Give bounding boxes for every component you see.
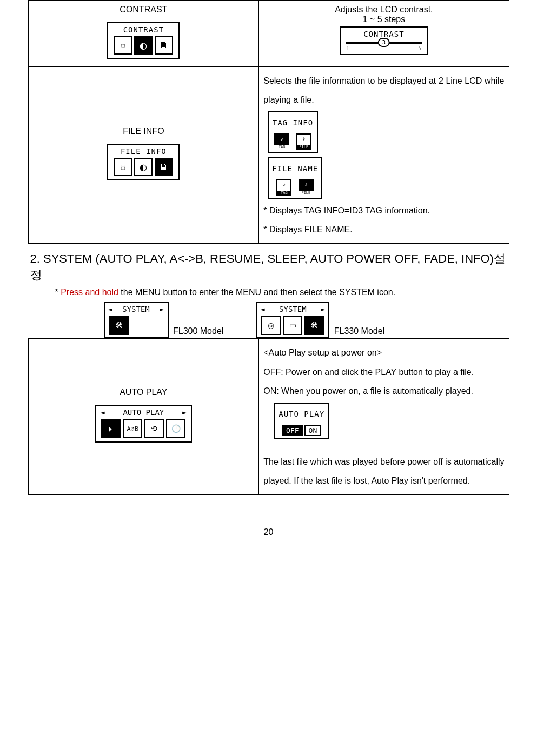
contrast-lcd-box: CONTRAST ☼ ◐ 🗎 [107, 22, 180, 59]
fileinfo-row: FILE INFO FILE INFO ☼ ◐ 🗎 Selects the fi… [28, 67, 509, 244]
autoplay-desc-on: ON: When you power on, a file is automat… [263, 382, 504, 400]
fileinfo-note1: * Displays TAG INFO=ID3 TAG information. [263, 201, 504, 220]
tag-mini-icon-selected: ♪TAG [274, 133, 289, 150]
contrast-icon: ◐ [134, 158, 153, 176]
autoplay-row: AUTO PLAY ◄ AUTO PLAY ► ⏵ A↺B ⟲ 🕒 <Auto … [28, 339, 509, 495]
fileinfo-title: FILE INFO [33, 126, 255, 136]
section2-instruction: * Press and hold the MENU button to ente… [28, 287, 509, 297]
autoplay-lcd-box: ◄ AUTO PLAY ► ⏵ A↺B ⟲ 🕒 [95, 405, 192, 443]
off-button: OFF [282, 425, 303, 436]
clock-icon: 🕒 [166, 419, 185, 438]
autoplay-desc-off: OFF: Power on and click the PLAY button … [263, 363, 504, 382]
system-box-fl300: ◄SYSTEM► 🛠 [104, 302, 169, 338]
brightness-icon: ☼ [114, 36, 132, 55]
autoplay-title: AUTO PLAY [33, 387, 255, 397]
contrast-icon: ◐ [134, 36, 153, 55]
tag-info-box: TAG INFO ♪TAG ♪FILE [268, 111, 317, 153]
fileinfo-note2: * Displays FILE NAME. [263, 220, 504, 239]
slider-min: 1 [346, 45, 350, 52]
contrast-desc1: Adjusts the LCD contrast. [263, 5, 504, 15]
file-icon: 🗎 [155, 36, 173, 55]
contrast-lcd-label: CONTRAST [112, 25, 174, 34]
file-name-box: FILE NAME ♪TAG ♪FILE [268, 157, 322, 199]
tools-icon: 🛠 [304, 316, 324, 335]
system-box-fl330: ◄SYSTEM► ◎ ▭ 🛠 [256, 302, 329, 338]
autoplay-box-label: AUTO PLAY [279, 406, 324, 423]
contrast-row: CONTRAST CONTRAST ☼ ◐ 🗎 Adjusts the LCD … [28, 1, 509, 67]
tools-icon: 🛠 [109, 316, 129, 335]
tag-mini-icon: ♪TAG [276, 179, 291, 196]
model2-name: FL330 Model [334, 326, 384, 338]
contrast-slider-box: CONTRAST 3 1 5 [340, 26, 428, 55]
fileinfo-lcd-box: FILE INFO ☼ ◐ 🗎 [107, 144, 180, 180]
fileinfo-lcd-label: FILE INFO [112, 147, 174, 156]
autoplay-icon: ⏵ [101, 419, 121, 438]
fileinfo-desc1: Selects the file information to be displ… [263, 71, 504, 109]
contrast-title: CONTRAST [33, 5, 255, 15]
on-button: ON [304, 425, 322, 436]
file-name-label: FILE NAME [272, 160, 318, 177]
contrast-desc2: 1 ~ 5 steps [263, 15, 504, 24]
contrast-slider-label: CONTRAST [346, 30, 422, 38]
slider-value: 3 [378, 38, 390, 47]
section2-heading: 2. SYSTEM (AUTO PLAY, A<->B, RESUME, SLE… [28, 244, 509, 287]
ab-icon: A↺B [123, 419, 142, 438]
file-mini-icon: ♪FILE [296, 133, 311, 150]
slider-max: 5 [418, 45, 422, 52]
file-icon: 🗎 [155, 158, 173, 176]
disc-icon: ◎ [261, 316, 281, 335]
tag-info-label: TAG INFO [272, 115, 313, 131]
model1-name: FL300 Model [173, 326, 223, 338]
autoplay-desc-heading: <Auto Play setup at power on> [263, 343, 504, 362]
page-number: 20 [28, 527, 509, 537]
autoplay-desc-note: The last file which was played before po… [263, 452, 504, 490]
resume-icon: ⟲ [144, 419, 164, 438]
file-mini-icon-selected: ♪FILE [299, 179, 314, 196]
card-icon: ▭ [283, 316, 302, 335]
autoplay-onoff-box: AUTO PLAY OFFON [274, 403, 329, 439]
brightness-icon: ☼ [114, 158, 132, 176]
